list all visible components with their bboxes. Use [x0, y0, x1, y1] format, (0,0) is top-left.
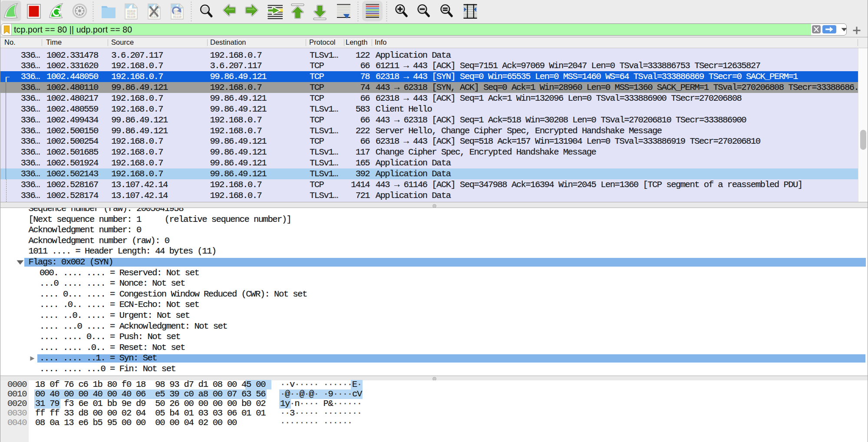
svg-text:01110: 01110: [127, 16, 135, 19]
svg-text:01110: 01110: [173, 16, 182, 19]
